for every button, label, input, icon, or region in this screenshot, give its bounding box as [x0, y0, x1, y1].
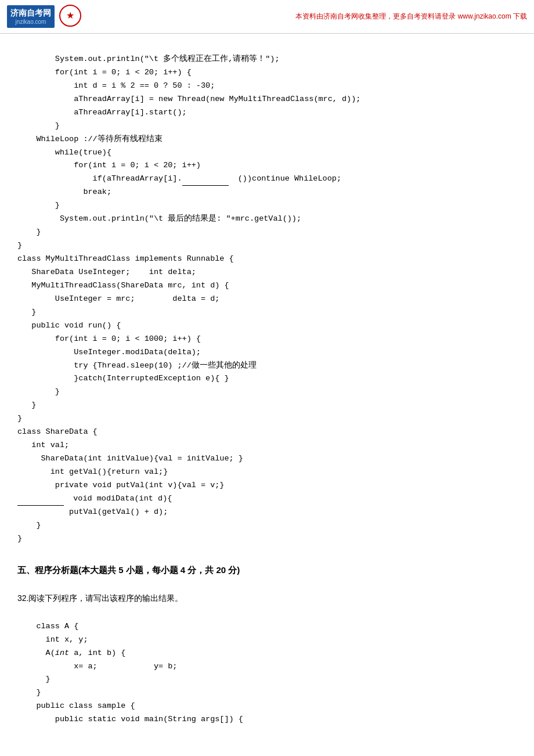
blank2 — [17, 505, 64, 506]
blank1 — [182, 185, 229, 186]
section5-title: 五、程序分析题(本大题共 5 小题，每小题 4 分，共 20 分) — [17, 563, 517, 578]
header-notice: 本资料由济南自考网收集整理，更多自考资料请登录 www.jnzikao.com … — [295, 12, 527, 21]
page-header: 济南自考网 jnzikao.com ★ 本资料由济南自考网收集整理，更多自考资料… — [0, 0, 534, 34]
logo-area: 济南自考网 jnzikao.com ★ — [7, 5, 81, 28]
stamp-icon: ★ — [59, 5, 81, 27]
logo-name: 济南自考网 — [10, 8, 51, 18]
code-section-top: System.out.println("\t 多个线程正在工作,请稍等！"); … — [17, 53, 517, 546]
logo-icon-area: ★ — [59, 5, 81, 28]
logo: 济南自考网 jnzikao.com — [7, 5, 55, 28]
svg-text:★: ★ — [66, 10, 74, 20]
main-content: System.out.println("\t 多个线程正在工作,请稍等！"); … — [0, 34, 534, 756]
q32-label: 32.阅读下列程序，请写出该程序的输出结果。 — [17, 592, 517, 606]
logo-url: jnzikao.com — [10, 18, 51, 26]
code-section-q32: class A { int x, y; A(int a, int b) { x=… — [17, 620, 517, 727]
